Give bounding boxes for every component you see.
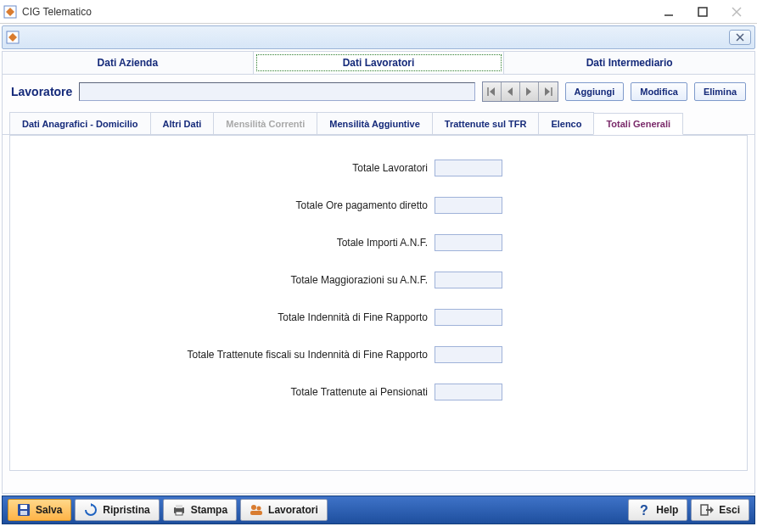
- tab-totali-generali[interactable]: Totali Generali: [593, 113, 683, 135]
- aggiungi-button[interactable]: Aggiungi: [565, 82, 625, 101]
- input-indennita-fine[interactable]: [435, 309, 502, 326]
- row-totale-ore: Totale Ore pagamento diretto: [10, 197, 747, 214]
- exit-icon: [700, 503, 714, 517]
- row-indennita-fine: Totale Indennità di Fine Rapporto: [10, 309, 747, 326]
- stampa-button[interactable]: Stampa: [163, 499, 237, 521]
- svg-point-22: [257, 507, 261, 511]
- nav-prev-icon[interactable]: [502, 82, 520, 101]
- row-importi-anf: Totale Importi A.N.F.: [10, 234, 747, 251]
- esci-label: Esci: [719, 504, 740, 516]
- input-maggiorazioni-anf[interactable]: [435, 272, 502, 288]
- record-nav: [482, 81, 558, 102]
- bottom-toolbar: Salva Ripristina Stampa Lavoratori ? Hel…: [2, 496, 755, 524]
- row-trattenute-pensionati: Totale Trattenute ai Pensionati: [10, 384, 747, 400]
- tab-anagrafici[interactable]: Dati Anagrafici - Domicilio: [9, 112, 151, 134]
- input-trattenute-fiscali[interactable]: [435, 346, 502, 363]
- tab-dati-azienda[interactable]: Dati Azienda: [3, 52, 254, 74]
- label-maggiorazioni-anf: Totale Maggiorazioni su A.N.F.: [10, 274, 435, 286]
- sub-tab-bar: Dati Anagrafici - Domicilio Altri Dati M…: [3, 112, 754, 135]
- app-shell-bar: [2, 25, 755, 49]
- label-trattenute-fiscali: Totale Trattenute fiscali su Indennità d…: [10, 349, 435, 361]
- tab-dati-lavoratori[interactable]: Dati Lavoratori: [254, 52, 505, 74]
- close-button[interactable]: [720, 3, 754, 21]
- input-trattenute-pensionati[interactable]: [435, 384, 502, 400]
- nav-first-icon[interactable]: [483, 82, 502, 101]
- svg-marker-27: [710, 507, 714, 513]
- svg-rect-2: [698, 8, 707, 16]
- ripristina-button[interactable]: Ripristina: [75, 499, 159, 521]
- minimize-button[interactable]: [652, 3, 686, 21]
- worker-combo[interactable]: [79, 82, 474, 101]
- save-icon: [17, 503, 31, 517]
- app-icon: [3, 5, 17, 19]
- nav-last-icon[interactable]: [539, 82, 558, 101]
- input-totale-lavoratori[interactable]: [435, 160, 502, 176]
- printer-icon: [172, 503, 186, 517]
- help-label: Help: [656, 504, 678, 516]
- maximize-button[interactable]: [686, 3, 720, 21]
- svg-rect-19: [176, 505, 182, 508]
- title-bar: CIG Telematico: [0, 0, 757, 24]
- input-totale-ore[interactable]: [435, 197, 502, 214]
- svg-point-21: [251, 505, 256, 510]
- modifica-button[interactable]: Modifica: [631, 82, 687, 101]
- main-frame: Dati Azienda Dati Lavoratori Dati Interm…: [2, 51, 755, 494]
- nav-next-icon[interactable]: [520, 82, 539, 101]
- help-icon: ?: [637, 503, 651, 517]
- shell-close-button[interactable]: [729, 30, 751, 45]
- tab-dati-intermediario[interactable]: Dati Intermediario: [504, 52, 754, 74]
- refresh-icon: [84, 503, 98, 517]
- help-button[interactable]: ? Help: [628, 499, 687, 521]
- stampa-label: Stampa: [191, 504, 227, 516]
- svg-marker-12: [545, 87, 550, 96]
- row-trattenute-fiscali: Totale Trattenute fiscali su Indennità d…: [10, 346, 747, 363]
- label-trattenute-pensionati: Totale Trattenute ai Pensionati: [10, 386, 435, 398]
- tab-trattenute-tfr[interactable]: Trattenute sul TFR: [432, 112, 540, 134]
- label-indennita-fine: Totale Indennità di Fine Rapporto: [10, 311, 435, 323]
- label-totale-ore: Totale Ore pagamento diretto: [10, 199, 435, 211]
- svg-rect-20: [176, 512, 182, 515]
- people-icon: [250, 503, 263, 517]
- row-maggiorazioni-anf: Totale Maggiorazioni su A.N.F.: [10, 272, 747, 288]
- tab-mensilita-aggiuntive[interactable]: Mensilità Aggiuntive: [317, 112, 433, 134]
- label-importi-anf: Totale Importi A.N.F.: [10, 237, 435, 249]
- worker-label: Lavoratore: [11, 85, 72, 98]
- window-title: CIG Telematico: [22, 6, 92, 18]
- esci-button[interactable]: Esci: [691, 499, 749, 521]
- elimina-button[interactable]: Elimina: [694, 82, 746, 101]
- svg-text:?: ?: [640, 503, 648, 517]
- svg-rect-15: [20, 505, 27, 509]
- salva-button[interactable]: Salva: [8, 499, 71, 521]
- label-totale-lavoratori: Totale Lavoratori: [10, 162, 435, 174]
- svg-rect-23: [250, 511, 262, 515]
- row-totale-lavoratori: Totale Lavoratori: [10, 160, 747, 176]
- svg-marker-10: [507, 87, 513, 96]
- app-shell-icon: [6, 31, 20, 44]
- svg-marker-9: [490, 87, 495, 96]
- svg-rect-16: [20, 511, 27, 515]
- salva-label: Salva: [36, 504, 62, 516]
- lavoratori-button[interactable]: Lavoratori: [240, 499, 328, 521]
- tab-mensilita-correnti: Mensilità Correnti: [213, 112, 317, 134]
- input-importi-anf[interactable]: [435, 234, 502, 251]
- totali-panel: Totale Lavoratori Totale Ore pagamento d…: [9, 135, 748, 471]
- tab-elenco[interactable]: Elenco: [538, 112, 594, 134]
- lavoratori-label: Lavoratori: [268, 504, 318, 516]
- tab-altri-dati[interactable]: Altri Dati: [150, 112, 215, 134]
- top-tab-bar: Dati Azienda Dati Lavoratori Dati Interm…: [3, 52, 754, 75]
- ripristina-label: Ripristina: [103, 504, 149, 516]
- worker-row: Lavoratore Aggiungi Modifica Elimina: [3, 75, 754, 109]
- svg-marker-11: [526, 87, 531, 96]
